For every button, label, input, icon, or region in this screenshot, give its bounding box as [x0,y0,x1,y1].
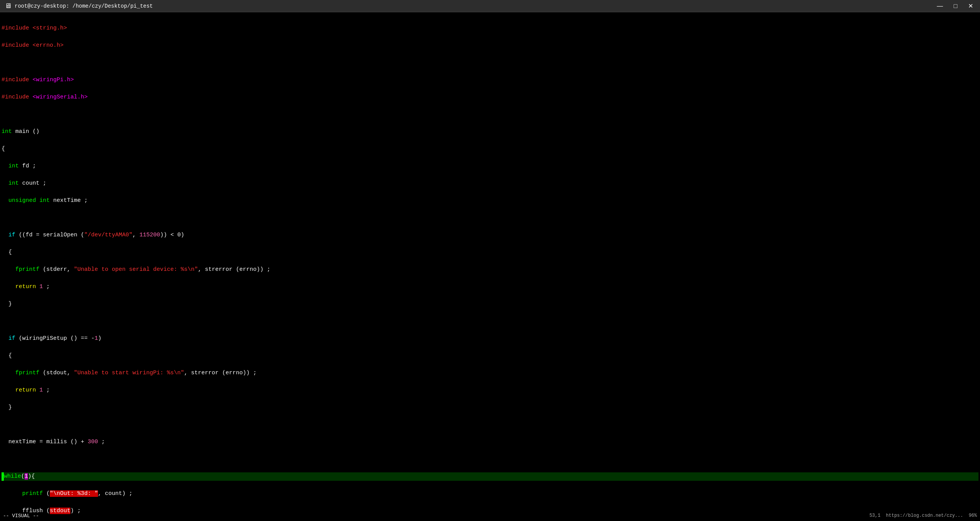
maximize-button[interactable]: □ [951,2,960,10]
title-bar-text: root@czy-desktop: /home/czy/Desktop/pi_t… [15,3,153,9]
title-bar: 🖥 root@czy-desktop: /home/czy/Desktop/pi… [0,0,980,12]
terminal-icon: 🖥 [5,2,11,10]
vim-mode: -- VISUAL -- [3,513,39,519]
minimize-button[interactable]: — [934,2,945,10]
code-area: #include <string.h> #include <errno.h> #… [2,15,978,521]
close-button[interactable]: ✕ [966,2,975,10]
title-bar-controls: — □ ✕ [934,2,975,10]
terminal[interactable]: #include <string.h> #include <errno.h> #… [0,12,980,521]
status-position: 53,1 https://blog.csdn.net/czy... 96% [869,513,977,518]
status-bar: -- VISUAL -- 53,1 https://blog.csdn.net/… [0,510,980,521]
